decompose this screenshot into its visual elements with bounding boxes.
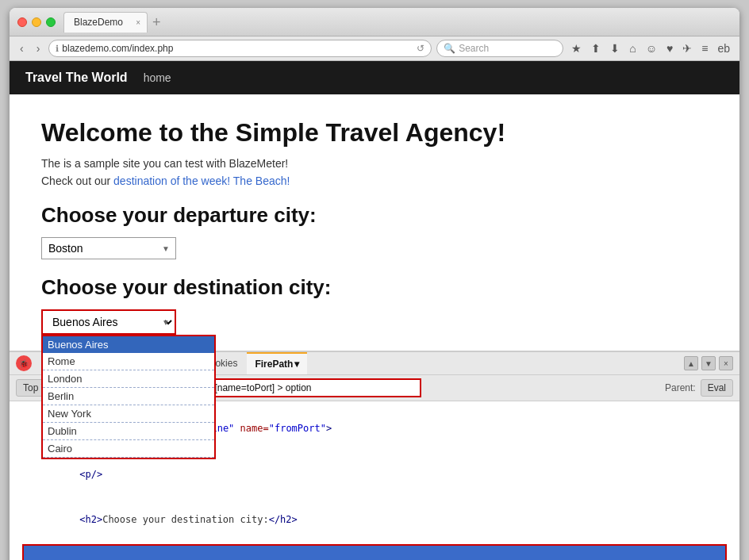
devtools-up-icon[interactable]: ▲ xyxy=(684,356,698,370)
destination-select-wrapper: Buenos Aires Rome London Berlin New York… xyxy=(41,309,176,335)
back-button[interactable]: ‹ xyxy=(16,40,28,56)
forward-button[interactable]: › xyxy=(33,40,44,56)
search-bar[interactable]: 🔍 Search xyxy=(436,40,563,57)
close-button[interactable] xyxy=(17,17,27,27)
code-selected-block: ▼ <select class="form-inline" name="toPo… xyxy=(22,544,727,560)
lock-icon: ℹ xyxy=(56,44,59,54)
url-text: blazedemo.com/index.php xyxy=(62,43,413,54)
code-line-select: ▼ <select class="form-inline" name="toPo… xyxy=(24,546,725,560)
sync-icon[interactable]: ✈ xyxy=(679,40,695,56)
welcome-heading: Welcome to the Simple Travel Agency! xyxy=(41,118,708,148)
xpath-input[interactable] xyxy=(183,378,421,397)
smiley-icon[interactable]: ☺ xyxy=(643,40,660,56)
destination-section: Buenos Aires Rome London Berlin New York… xyxy=(41,309,708,335)
subtitle2-text: Check out our xyxy=(41,175,113,187)
search-icon: 🔍 xyxy=(444,43,455,54)
toolbar-icons: ★ ⬆ ⬇ ⌂ ☺ ♥ ✈ ≡ eb xyxy=(568,40,733,56)
destination-dropdown: Buenos Aires Rome London Berlin New York… xyxy=(41,335,216,459)
dropdown-item-berlin[interactable]: Berlin xyxy=(43,388,214,405)
bookmark-icon[interactable]: ★ xyxy=(568,40,585,56)
reload-icon[interactable]: ↺ xyxy=(417,43,424,54)
departure-heading: Choose your departure city: xyxy=(41,203,708,228)
minimize-button[interactable] xyxy=(32,17,41,27)
destination-link[interactable]: destination of the week! The Beach! xyxy=(113,175,290,187)
departure-select[interactable]: Boston New York Los Angeles Chicago Denv… xyxy=(41,237,176,259)
new-tab-button[interactable]: + xyxy=(152,15,161,29)
devtools-down-icon[interactable]: ▼ xyxy=(701,356,716,370)
page-content: Travel The World home Welcome to the Sim… xyxy=(10,61,739,351)
traffic-lights xyxy=(17,17,56,27)
maximize-button[interactable] xyxy=(46,17,56,27)
dropdown-item-dublin[interactable]: Dublin xyxy=(43,423,214,440)
devtools-right-icons: ▲ ▼ × xyxy=(684,356,733,370)
ebay-icon[interactable]: eb xyxy=(714,40,733,56)
destination-heading: Choose your destination city: xyxy=(41,275,708,300)
firebug-icon: 🐞 xyxy=(16,355,32,372)
download-icon[interactable]: ⬇ xyxy=(607,40,623,56)
site-title: Travel The World xyxy=(25,71,128,85)
home-icon[interactable]: ⌂ xyxy=(626,40,639,56)
pocket-icon[interactable]: ♥ xyxy=(663,40,676,56)
subtitle1: The is a sample site you can test with B… xyxy=(41,157,708,170)
firepath-label: FirePath xyxy=(255,359,293,370)
tab-title: BlazeDemo xyxy=(74,17,123,28)
address-bar: ‹ › ℹ blazedemo.com/index.php ↺ 🔍 Search… xyxy=(10,36,739,61)
tab-firepath[interactable]: FirePath ▾ xyxy=(247,352,307,374)
upload-icon[interactable]: ⬆ xyxy=(588,40,604,56)
browser-tab[interactable]: BlazeDemo × xyxy=(63,12,148,33)
parent-label: Parent: xyxy=(665,382,696,393)
dropdown-item-london[interactable]: London xyxy=(43,370,214,388)
url-bar[interactable]: ℹ blazedemo.com/index.php ↺ xyxy=(48,40,432,57)
departure-select-wrapper: Boston New York Los Angeles Chicago Denv… xyxy=(41,237,176,259)
eval-button[interactable]: Eval xyxy=(701,379,733,397)
home-nav-link[interactable]: home xyxy=(144,71,171,84)
dropdown-item-ny[interactable]: New York xyxy=(43,405,214,423)
dropdown-item-rome[interactable]: Rome xyxy=(43,353,214,370)
site-nav: Travel The World home xyxy=(10,61,739,94)
subtitle2: Check out our destination of the week! T… xyxy=(41,175,708,187)
title-bar: BlazeDemo × + xyxy=(10,8,739,36)
browser-window: BlazeDemo × + ‹ › ℹ blazedemo.com/index.… xyxy=(10,8,739,560)
site-body: Welcome to the Simple Travel Agency! The… xyxy=(10,94,739,351)
firepath-arrow: ▾ xyxy=(294,359,299,370)
dropdown-item-cairo[interactable]: Cairo xyxy=(43,440,214,458)
devtools-close-icon[interactable]: × xyxy=(719,356,733,370)
code-line-3: <h2>Choose your destination city:</h2> xyxy=(22,497,727,543)
tab-bar: BlazeDemo × + xyxy=(63,12,732,33)
destination-select[interactable]: Buenos Aires Rome London Berlin New York… xyxy=(41,309,176,335)
tab-close-button[interactable]: × xyxy=(136,18,140,27)
dropdown-item-ba[interactable]: Buenos Aires xyxy=(43,336,214,353)
search-placeholder: Search xyxy=(459,43,489,54)
menu-icon[interactable]: ≡ xyxy=(698,40,711,56)
